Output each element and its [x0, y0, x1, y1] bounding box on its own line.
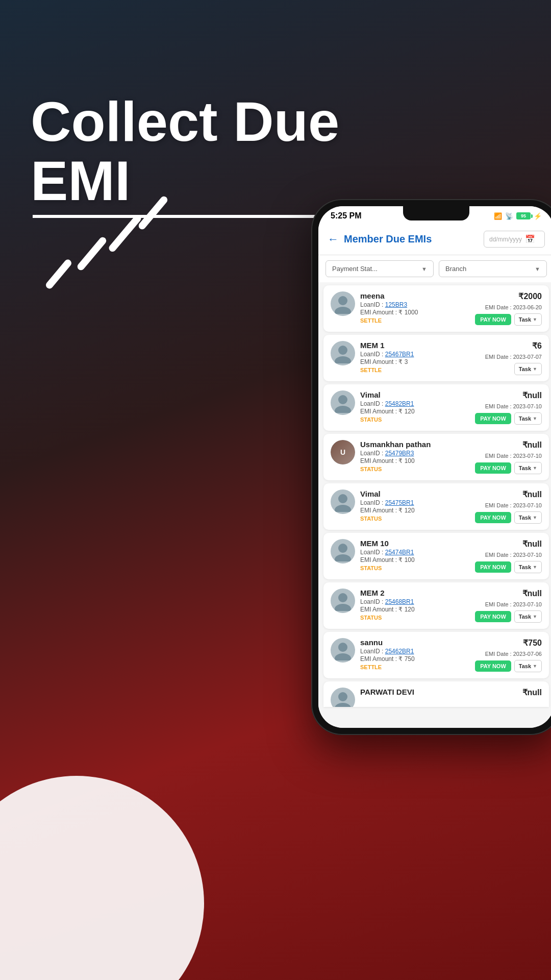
pay-now-button[interactable]: PAY NOW [475, 611, 511, 622]
member-right: ₹null EMI Date : 2023-07-10 PAY NOW Task… [475, 489, 542, 524]
emi-amount: EMI Amount : ₹ 100 [360, 556, 470, 564]
task-button[interactable]: Task ▼ [514, 610, 542, 623]
pay-now-button[interactable]: PAY NOW [475, 660, 511, 672]
status-badge: STATUS [360, 466, 470, 472]
emi-date: EMI Date : 2023-07-10 [485, 403, 542, 409]
svg-point-4 [338, 395, 347, 404]
branch-arrow-icon: ▼ [535, 266, 540, 272]
task-button[interactable]: Task ▼ [514, 561, 542, 573]
task-label: Task [519, 465, 531, 471]
amount-due: ₹null [522, 589, 542, 598]
avatar [331, 589, 355, 613]
status-badge: SETTLE [360, 367, 480, 373]
list-item: sannu LoanID : 25462BR1 EMI Amount : ₹ 7… [323, 632, 549, 678]
pay-now-button[interactable]: PAY NOW [475, 413, 511, 424]
task-button[interactable]: Task ▼ [514, 363, 542, 375]
member-right: ₹null EMI Date : 2023-07-10 PAY NOW Task… [475, 390, 542, 425]
avatar [331, 688, 355, 707]
loan-id: LoanID : 25467BR1 [360, 351, 480, 358]
list-item: MEM 2 LoanID : 25468BR1 EMI Amount : ₹ 1… [323, 582, 549, 629]
filters-row: Payment Stat... ▼ Branch ▼ [318, 255, 551, 282]
list-item: U Usmankhan pathan LoanID : 25479BR3 EMI… [323, 434, 549, 480]
task-label: Task [519, 564, 531, 570]
member-right: ₹6 EMI Date : 2023-07-07 Task ▼ [485, 341, 542, 375]
task-label: Task [519, 366, 531, 372]
status-badge: SETTLE [360, 664, 470, 670]
task-button[interactable]: Task ▼ [514, 660, 542, 672]
loan-id: LoanID : 25474BR1 [360, 549, 470, 556]
task-dropdown-icon: ▼ [533, 366, 537, 372]
phone-notch [403, 206, 469, 220]
hero-section: Collect Due EMI [31, 92, 339, 218]
emi-amount: EMI Amount : ₹ 100 [360, 457, 470, 464]
amount-due: ₹null [522, 688, 542, 697]
status-time: 5:25 PM [331, 211, 361, 220]
list-item-partial: PARWATI DEVI ₹null [323, 681, 549, 707]
loan-id-link[interactable]: 25462BR1 [385, 648, 414, 655]
svg-point-5 [335, 406, 351, 413]
svg-point-13 [335, 653, 351, 660]
loan-id: LoanID : 125BR3 [360, 301, 470, 308]
actions-row: PAY NOW Task ▼ [475, 412, 542, 425]
status-badge: STATUS [360, 416, 470, 423]
amount-due: ₹2000 [518, 291, 542, 301]
app-header: ← Member Due EMIs dd/mm/yyyy 📅 [318, 224, 551, 255]
amount-due: ₹null [522, 489, 542, 499]
pay-now-button[interactable]: PAY NOW [475, 314, 511, 325]
svg-point-3 [335, 356, 351, 363]
loan-id-link[interactable]: 25482BR1 [385, 400, 414, 407]
task-dropdown-icon: ▼ [533, 565, 537, 570]
member-info: MEM 2 LoanID : 25468BR1 EMI Amount : ₹ 1… [360, 589, 470, 621]
calendar-icon[interactable]: 📅 [525, 234, 535, 244]
task-button[interactable]: Task ▼ [514, 511, 542, 524]
member-right: ₹null EMI Date : 2023-07-10 PAY NOW Task… [475, 440, 542, 474]
task-label: Task [519, 514, 531, 521]
wifi-icon: 📡 [505, 212, 513, 220]
loan-id-link[interactable]: 25467BR1 [385, 351, 414, 358]
task-button[interactable]: Task ▼ [514, 412, 542, 425]
task-label: Task [519, 316, 531, 323]
back-button[interactable]: ← [328, 233, 339, 246]
actions-row: PAY NOW Task ▼ [475, 462, 542, 474]
member-right: ₹2000 EMI Date : 2023-06-20 PAY NOW Task… [475, 291, 542, 326]
hero-underline [33, 215, 339, 218]
loan-id-link[interactable]: 25468BR1 [385, 598, 414, 605]
member-info: MEM 1 LoanID : 25467BR1 EMI Amount : ₹ 3… [360, 341, 480, 373]
loan-id-link[interactable]: 125BR3 [385, 301, 407, 308]
branch-filter[interactable]: Branch ▼ [439, 260, 547, 277]
emi-date: EMI Date : 2023-07-06 [485, 651, 542, 657]
deco-line-1 [44, 258, 73, 290]
task-button[interactable]: Task ▼ [514, 462, 542, 474]
page-title: Member Due EMIs [344, 233, 479, 245]
loan-id-link[interactable]: 25479BR3 [385, 450, 414, 457]
task-button[interactable]: Task ▼ [514, 313, 542, 326]
task-dropdown-icon: ▼ [533, 515, 537, 520]
bluetooth-icon: ⚡ [534, 212, 542, 220]
pay-now-button[interactable]: PAY NOW [475, 462, 511, 474]
date-input[interactable]: dd/mm/yyyy 📅 [484, 231, 545, 248]
signal-icon: 📶 [494, 212, 502, 220]
amount-due: ₹6 [532, 341, 542, 351]
actions-row: PAY NOW Task ▼ [475, 561, 542, 573]
pay-now-button[interactable]: PAY NOW [475, 561, 511, 573]
task-label: Task [519, 663, 531, 669]
payment-status-filter[interactable]: Payment Stat... ▼ [325, 260, 434, 277]
status-badge: STATUS [360, 516, 470, 522]
phone-screen: 5:25 PM 📶 📡 95 ⚡ ← Member Due EMIs dd/mm… [318, 206, 551, 728]
member-name: Usmankhan pathan [360, 440, 470, 449]
avatar: U [331, 440, 355, 464]
avatar [331, 291, 355, 316]
deco-line-3 [108, 213, 143, 253]
member-right: ₹null EMI Date : 2023-07-10 PAY NOW Task… [475, 589, 542, 623]
member-right: ₹null EMI Date : 2023-07-10 PAY NOW Task… [475, 539, 542, 573]
loan-id-link[interactable]: 25475BR1 [385, 499, 414, 506]
member-right: ₹null [522, 688, 542, 697]
svg-point-1 [335, 307, 351, 314]
emi-date: EMI Date : 2023-07-10 [485, 502, 542, 508]
task-dropdown-icon: ▼ [533, 317, 537, 322]
status-badge: STATUS [360, 565, 470, 571]
loan-id-link[interactable]: 25474BR1 [385, 549, 414, 556]
pay-now-button[interactable]: PAY NOW [475, 512, 511, 523]
avatar [331, 390, 355, 415]
svg-point-2 [338, 346, 347, 355]
